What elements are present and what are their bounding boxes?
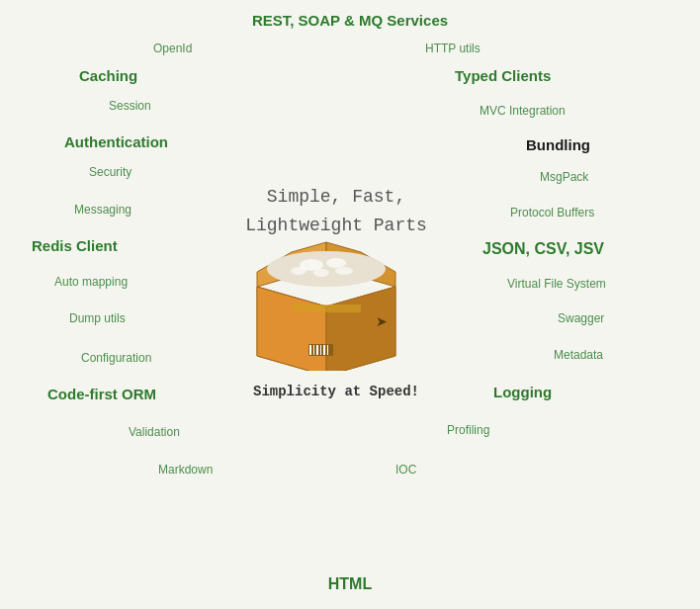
ioc-label: IOC [395, 463, 416, 477]
auto-mapping-label: Auto mapping [54, 275, 128, 289]
svg-rect-8 [313, 345, 314, 355]
swagger-label: Swagger [558, 311, 604, 325]
typed-clients-heading: Typed Clients [455, 67, 551, 84]
validation-label: Validation [129, 425, 180, 439]
main-title: REST, SOAP & MQ Services [252, 12, 448, 29]
session-label: Session [109, 99, 151, 113]
svg-marker-3 [257, 287, 326, 371]
svg-point-18 [291, 267, 306, 275]
configuration-label: Configuration [81, 351, 151, 365]
svg-rect-10 [320, 345, 321, 355]
messaging-label: Messaging [74, 203, 131, 217]
box-illustration: ➤ [237, 227, 415, 386]
mvc-integration-label: MVC Integration [480, 104, 566, 118]
svg-text:➤: ➤ [376, 313, 388, 329]
svg-point-17 [335, 267, 353, 275]
svg-rect-5 [292, 304, 361, 312]
html-label: HTML [328, 575, 372, 593]
simplicity-label: Simplicity at Speed! [237, 384, 435, 399]
metadata-label: Metadata [554, 348, 603, 362]
svg-rect-9 [316, 345, 318, 355]
main-container: REST, SOAP & MQ Services OpenId Caching … [0, 0, 700, 609]
caching-heading: Caching [79, 67, 137, 84]
code-first-orm-heading: Code-first ORM [47, 386, 156, 402]
json-csv-jsv-heading: JSON, CSV, JSV [482, 240, 604, 258]
svg-point-13 [267, 251, 386, 287]
svg-point-16 [313, 269, 329, 277]
virtual-file-system-label: Virtual File System [507, 277, 606, 291]
svg-rect-11 [323, 345, 325, 355]
svg-rect-12 [327, 345, 328, 355]
authentication-heading: Authentication [64, 133, 168, 150]
bundling-heading: Bundling [526, 136, 590, 153]
http-utils-label: HTTP utils [425, 42, 481, 55]
svg-rect-7 [309, 345, 311, 355]
protocol-buffers-label: Protocol Buffers [510, 206, 594, 219]
redis-client-heading: Redis Client [32, 237, 118, 254]
profiling-label: Profiling [447, 423, 489, 437]
markdown-label: Markdown [158, 463, 213, 477]
msgpack-label: MsgPack [540, 170, 588, 184]
security-label: Security [89, 165, 131, 179]
dump-utils-label: Dump utils [69, 311, 126, 325]
openid-label: OpenId [153, 42, 192, 55]
svg-point-15 [326, 258, 346, 268]
logging-heading: Logging [493, 384, 552, 400]
